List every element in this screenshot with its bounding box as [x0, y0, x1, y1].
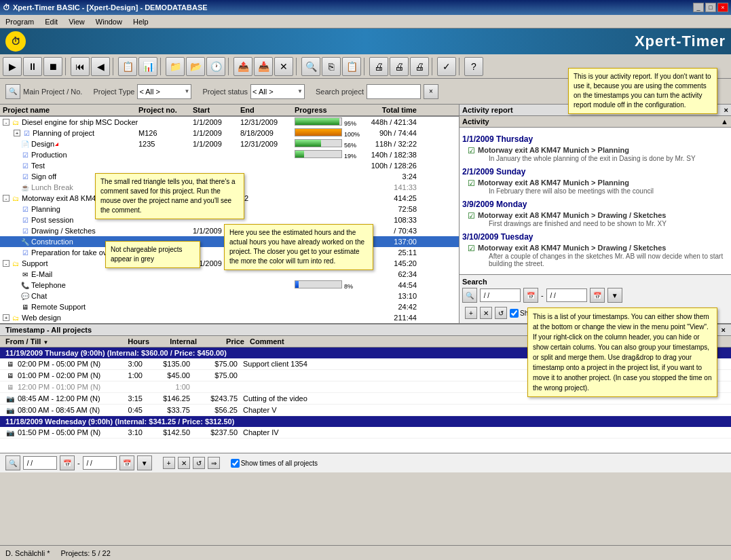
expand-icon[interactable]: + — [3, 314, 10, 321]
printer-btn[interactable]: 🖨 — [410, 57, 429, 76]
filter-btn[interactable]: 🔍 — [301, 57, 320, 76]
search-clear-btn[interactable]: × — [424, 84, 438, 99]
search-icon-btn[interactable]: 🔍 — [462, 288, 477, 303]
play-btn[interactable]: ▶ — [3, 57, 22, 76]
ts-col-internal: Internal — [155, 337, 202, 346]
expand-icon[interactable]: - — [3, 195, 10, 202]
activity-close-btn[interactable]: × — [724, 106, 728, 114]
date-separator: - — [541, 291, 544, 299]
app-icon: ⏱ — [3, 3, 10, 12]
menu-program[interactable]: Program — [3, 17, 37, 26]
list-item[interactable]: + ☑ Planning of project M126 1/1/2009 8/… — [0, 128, 459, 138]
camera-icon: 📷 — [5, 394, 15, 403]
ts-time: 08:00 AM - 08:45 AM (N) — [18, 406, 100, 414]
maximize-btn[interactable]: □ — [705, 3, 716, 12]
table-row[interactable]: 📷 01:50 PM - 05:00 PM (N) 3:10 $142.50 $… — [0, 427, 731, 438]
ts-show-all-label[interactable]: Show times of all projects — [231, 459, 318, 468]
project-type-dropdown[interactable]: < All > ▼ — [137, 84, 191, 99]
refresh-activity-btn[interactable]: ↺ — [495, 307, 507, 319]
back-btn[interactable]: ⏮ — [71, 57, 90, 76]
ts-date-to[interactable] — [83, 456, 117, 470]
table-row[interactable]: 📷 08:00 AM - 08:45 AM (N) 0:45 $33.75 $5… — [0, 405, 731, 416]
ts-cal-from-btn[interactable]: 📅 — [60, 455, 75, 470]
pause-btn[interactable]: ⏸ — [23, 57, 42, 76]
folder2-btn[interactable]: 📂 — [186, 57, 205, 76]
ts-time: 01:00 PM - 02:00 PM (N) — [18, 371, 100, 379]
print2-btn[interactable]: 🖨 — [390, 57, 409, 76]
ts-add-btn[interactable]: + — [163, 457, 175, 469]
stop-btn[interactable]: ⏹ — [43, 57, 62, 76]
ts-cal-arrow[interactable]: ▼ — [137, 455, 152, 470]
minimize-btn[interactable]: _ — [693, 3, 704, 12]
ts-delete-btn[interactable]: ✕ — [178, 457, 190, 469]
proj-name: Production — [31, 151, 67, 159]
cal-from-btn[interactable]: 📅 — [523, 288, 538, 303]
ts-hours: 3:10 — [114, 428, 148, 436]
activity-title: Motorway exit A8 KM47 Munich > Drawing /… — [478, 211, 667, 219]
expand-icon[interactable]: + — [14, 130, 20, 136]
list-item[interactable]: ✉ E-Mail 62:34 — [0, 269, 459, 280]
chart-btn[interactable]: 📊 — [138, 57, 157, 76]
menu-help[interactable]: Help — [130, 17, 151, 26]
import-btn[interactable]: 📥 — [254, 57, 273, 76]
folder-icon: 🗂 — [11, 259, 20, 268]
menu-window[interactable]: Window — [93, 17, 125, 26]
clock-btn[interactable]: 🕐 — [206, 57, 225, 76]
proj-total: 100h / 128:26 — [356, 162, 417, 170]
timestamp-close-btn[interactable]: × — [721, 326, 726, 334]
camera-icon: 📷 — [5, 405, 15, 415]
help-btn[interactable]: ? — [464, 57, 483, 76]
ts-merge-btn[interactable]: ⇒ — [208, 457, 220, 469]
project-status-dropdown[interactable]: < All > ▼ — [250, 84, 305, 99]
back2-btn[interactable]: ◀ — [91, 57, 110, 76]
cal-arrow-btn[interactable]: ▼ — [607, 288, 622, 303]
ts-show-all-checkbox[interactable] — [231, 459, 240, 468]
list-item[interactable]: 🖥 Remote Support 24:42 — [0, 301, 459, 312]
close-btn[interactable]: × — [717, 3, 728, 12]
sort-icon: ▼ — [43, 339, 48, 346]
date-from-input[interactable] — [480, 288, 521, 302]
print-btn[interactable]: 🖨 — [369, 57, 388, 76]
task-icon: ☑ — [20, 248, 30, 257]
export-btn[interactable]: 📤 — [233, 57, 252, 76]
paste-btn[interactable]: 📋 — [342, 57, 361, 76]
task-icon: ☑ — [20, 204, 30, 214]
filter-icon-btn[interactable]: 🔍 — [5, 84, 20, 99]
expand-icon[interactable]: - — [3, 119, 10, 126]
proj-total: 24:42 — [356, 303, 417, 311]
search-project-input[interactable] — [367, 84, 421, 99]
activity-panel: Activity report × Activity ▲ 1/1/2009 Th… — [460, 105, 731, 323]
ts-cal-to-btn[interactable]: 📅 — [119, 455, 134, 470]
expand-icon[interactable]: - — [3, 260, 10, 267]
folder-btn[interactable]: 📁 — [166, 57, 185, 76]
delete-btn[interactable]: ✕ — [274, 57, 293, 76]
proj-name: Web design — [22, 314, 61, 322]
delete-activity-btn[interactable]: ✕ — [480, 307, 492, 319]
col-header-projno: Project no. — [138, 106, 193, 114]
list-item[interactable]: 📄 Design 1235 1/1/2009 12/31/2009 56% 11… — [0, 138, 459, 149]
ts-time: 08:45 AM - 12:00 PM (N) — [18, 394, 100, 403]
cal-to-btn[interactable]: 📅 — [590, 288, 605, 303]
menu-view[interactable]: View — [66, 17, 88, 26]
check-btn[interactable]: ✓ — [437, 57, 456, 76]
list-item[interactable]: ☑ Production 19% 140h / 182:38 — [0, 149, 459, 160]
proj-total: 13:10 — [356, 292, 417, 300]
ts-search-icon[interactable]: 🔍 — [5, 455, 20, 470]
timestamps-callout: This is a list of your timestamps. You c… — [527, 307, 717, 397]
list-item[interactable]: 💬 Chat 13:10 — [0, 291, 459, 301]
list-item[interactable]: - 🗂 Diesel engine for ship MSC Docker 1/… — [0, 117, 459, 128]
date-to-input[interactable] — [546, 288, 587, 302]
activity-item: ☑ Motorway exit A8 KM47 Munich > Drawing… — [462, 244, 728, 268]
report-btn[interactable]: 📋 — [118, 57, 137, 76]
list-item[interactable]: 📞 Telephone 8% 44:54 — [0, 280, 459, 291]
ts-date-from[interactable] — [23, 456, 57, 470]
show-all-checkbox[interactable] — [510, 309, 519, 318]
list-item[interactable]: + 🗂 Web design 211:44 — [0, 312, 459, 323]
copy-btn[interactable]: ⎘ — [322, 57, 341, 76]
add-activity-btn[interactable]: + — [465, 307, 477, 319]
list-item[interactable]: ☑ Test 100h / 128:26 — [0, 160, 459, 171]
ts-refresh-btn[interactable]: ↺ — [193, 457, 205, 469]
col-header-start: Start — [193, 106, 240, 114]
menu-edit[interactable]: Edit — [42, 17, 60, 26]
activity-desc: In January the whole planning of the exi… — [478, 155, 696, 162]
